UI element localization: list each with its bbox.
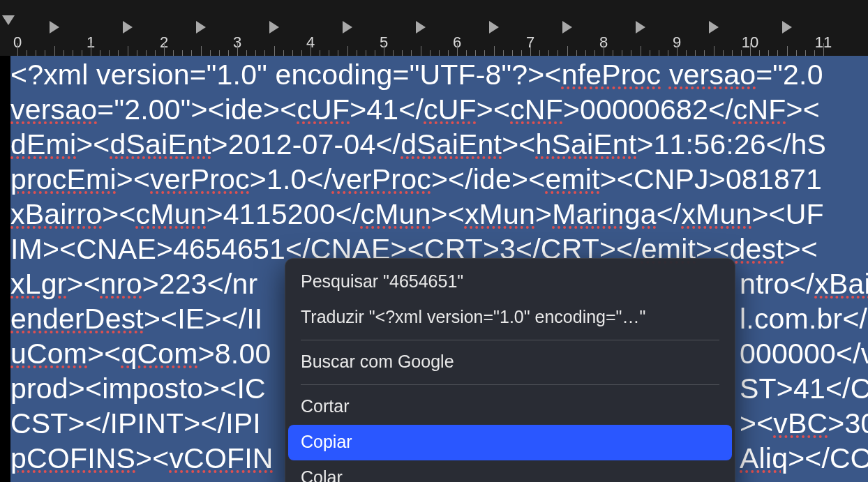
- text-line: procEmi><verProc>1.0</verProc></ide><emi…: [10, 162, 868, 197]
- ruler-tick: [466, 50, 467, 56]
- ruler-tick: [512, 50, 513, 56]
- ruler-tick: [650, 50, 650, 56]
- ruler-tick: [777, 50, 778, 56]
- text-line: <?xml version="1.0" encoding="UTF-8"?><n…: [10, 57, 868, 92]
- ruler-tick: [402, 50, 403, 56]
- menu-paste[interactable]: Colar: [288, 460, 732, 482]
- ruler-tick: [421, 46, 421, 56]
- tab-stop-marker[interactable]: [196, 21, 206, 33]
- ruler-tick: [54, 46, 55, 56]
- ruler-tick: [347, 46, 348, 56]
- ruler-tick: [210, 50, 211, 56]
- menu-translate[interactable]: Traduzir "<?xml version="1.0" encoding="…: [288, 300, 732, 336]
- ruler-tick: [173, 50, 174, 56]
- ruler-tick: [475, 50, 476, 56]
- ruler-tick: [109, 50, 110, 56]
- ruler-tick: [219, 50, 220, 56]
- ruler-tick: [439, 50, 440, 56]
- ruler-tick: [320, 50, 320, 56]
- ruler-tick: [82, 50, 82, 56]
- ruler-tick: [292, 50, 293, 56]
- ruler-tick: [823, 43, 824, 56]
- ruler-tick: [375, 50, 375, 56]
- tab-stop-marker[interactable]: [269, 21, 279, 33]
- ruler-tick: [814, 50, 815, 56]
- tab-stop-marker[interactable]: [709, 21, 719, 33]
- ruler-tick: [118, 50, 119, 56]
- ruler-tick: [36, 50, 36, 56]
- ruler-tick: [704, 50, 705, 56]
- menu-cut[interactable]: Cortar: [288, 389, 732, 425]
- ruler-tick: [558, 50, 558, 56]
- ruler-tick: [539, 50, 540, 56]
- ruler-tick: [73, 50, 73, 56]
- context-menu: Pesquisar "4654651" Traduzir "<?xml vers…: [285, 258, 735, 482]
- ruler-tick: [530, 43, 531, 56]
- ruler-tick: [768, 50, 769, 56]
- ruler-tick: [448, 50, 449, 56]
- ruler-tick: [521, 50, 522, 56]
- ruler-tick: [155, 50, 156, 56]
- ruler-tick: [411, 50, 412, 56]
- tab-stop-marker[interactable]: [123, 21, 133, 33]
- ruler-tick: [27, 50, 27, 56]
- ruler-tick: [732, 50, 733, 56]
- ruler-tick: [255, 50, 256, 56]
- menu-separator: [301, 340, 719, 340]
- ruler: 01234567891011: [0, 0, 868, 56]
- text-line: xBairro><cMun>4115200</cMun><xMun>Maring…: [10, 197, 868, 232]
- ruler-tick: [741, 50, 742, 56]
- ruler-tick: [503, 50, 504, 56]
- ruler-tick: [548, 50, 549, 56]
- ruler-tick: [567, 46, 568, 56]
- ruler-tick: [283, 50, 284, 56]
- menu-copy[interactable]: Copiar: [288, 425, 732, 460]
- tab-stop-marker[interactable]: [489, 21, 499, 33]
- tab-stop-marker[interactable]: [782, 21, 792, 33]
- ruler-tick: [457, 43, 458, 56]
- ruler-tick: [494, 46, 495, 56]
- ruler-tick: [91, 43, 91, 56]
- ruler-tick: [100, 50, 100, 56]
- ruler-tick: [641, 46, 641, 56]
- ruler-tick: [301, 50, 302, 56]
- ruler-tick: [714, 46, 714, 56]
- ruler-tick: [659, 50, 659, 56]
- menu-search[interactable]: Pesquisar "4654651": [288, 264, 732, 300]
- ruler-tick: [622, 50, 622, 56]
- ruler-tick: [677, 43, 678, 56]
- tab-stop-marker[interactable]: [636, 21, 645, 33]
- ruler-tick: [604, 43, 604, 56]
- ruler-tick: [686, 50, 687, 56]
- ruler-tick: [695, 50, 696, 56]
- ruler-tick: [128, 46, 128, 56]
- ruler-tick: [430, 50, 431, 56]
- ruler-tick: [274, 46, 275, 56]
- ruler-tick: [366, 50, 366, 56]
- ruler-tick: [787, 46, 788, 56]
- text-line: dEmi><dSaiEnt>2012-07-04</dSaiEnt><hSaiE…: [10, 127, 868, 162]
- ruler-tick: [576, 50, 577, 56]
- ruler-tick: [585, 50, 586, 56]
- ruler-tick: [613, 50, 613, 56]
- ruler-tick: [805, 50, 806, 56]
- ruler-tick: [63, 50, 64, 56]
- ruler-tick: [750, 43, 751, 56]
- ruler-tick: [146, 50, 147, 56]
- ruler-tick: [357, 50, 357, 56]
- ruler-tick: [164, 43, 165, 56]
- tab-stop-marker[interactable]: [50, 21, 59, 33]
- ruler-tick: [182, 50, 183, 56]
- menu-separator: [301, 384, 719, 385]
- tab-stop-marker[interactable]: [416, 21, 426, 33]
- tab-stop-marker[interactable]: [562, 21, 572, 33]
- ruler-tick: [631, 50, 631, 56]
- ruler-tick: [668, 50, 668, 56]
- ruler-tick: [201, 46, 202, 56]
- menu-google[interactable]: Buscar com Google: [288, 345, 732, 380]
- ruler-tick: [393, 50, 394, 56]
- ruler-tick: [384, 43, 384, 56]
- tab-stop-marker[interactable]: [343, 21, 352, 33]
- ruler-tick: [594, 50, 595, 56]
- ruler-tick: [338, 50, 338, 56]
